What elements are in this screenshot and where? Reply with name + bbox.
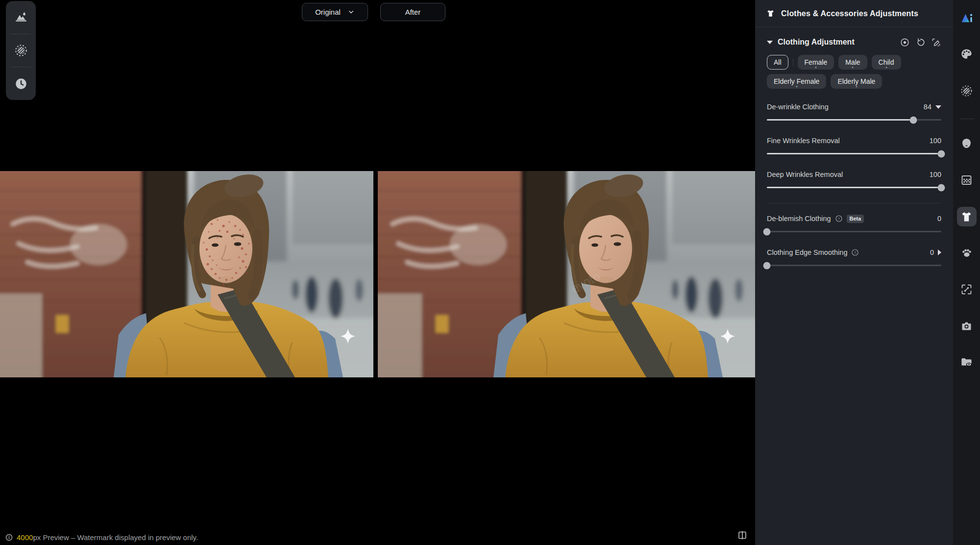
slider-dewrinkle-clothing: De-wrinkle Clothing 84 [767,101,941,121]
slider-value: 100 [930,137,941,145]
slider-fine-wrinkles: Fine Wrinkles Removal 100 [767,135,941,154]
pet-paw-icon[interactable] [957,243,977,263]
background-checker-icon[interactable] [957,170,977,190]
svg-text:?: ? [854,250,857,255]
panel-header: Clothes & Accessories Adjustments [755,0,953,27]
view-selector-label: Original [315,8,341,16]
slider-deep-wrinkles: Deep Wrinkles Removal 100 [767,169,941,188]
status-text: 4000px Preview – Watermark displayed in … [17,533,198,542]
slider-thumb[interactable] [938,150,945,157]
slider-value: 100 [930,171,941,178]
chip-elderly-female[interactable]: Elderly Female [767,74,826,89]
deblemish-clothing-slider[interactable] [767,231,941,232]
after-button-label: After [405,8,421,16]
clothing-adjustment-section: Clothing Adjustment [755,35,953,266]
slider-value: 84 [924,103,931,111]
help-icon[interactable]: ? [835,215,843,223]
slider-thumb[interactable] [910,116,917,124]
section-title: Clothing Adjustment [778,38,855,47]
ai-logo[interactable] [957,8,977,27]
chip-all[interactable]: All [767,55,788,70]
camera-icon[interactable] [957,316,977,335]
section-collapse-icon[interactable] [767,41,773,44]
crop-resize-icon[interactable] [957,279,977,299]
beta-badge: Beta [847,215,864,223]
preview-resolution: 4000 [17,533,33,542]
panel-title: Clothes & Accessories Adjustments [781,9,918,18]
chip-divider [793,59,793,66]
chip-male[interactable]: Male [838,55,867,70]
preview-eye-icon[interactable] [899,37,910,48]
chip-elderly-male[interactable]: Elderly Male [831,74,882,89]
clothes-tshirt-icon[interactable] [957,207,977,226]
slider-value: 0 [930,248,934,256]
status-bar: 4000px Preview – Watermark displayed in … [5,533,198,542]
right-tool-rail [953,0,980,545]
after-button[interactable]: After [380,3,445,21]
collapse-sub-sliders-icon[interactable] [935,105,941,109]
palette-icon[interactable] [957,44,977,64]
help-icon[interactable]: ? [851,248,859,256]
view-selector-original[interactable]: Original [302,3,368,21]
info-icon[interactable] [5,533,13,542]
slider-thumb[interactable] [938,184,945,191]
mask-hatch-circle-icon[interactable] [6,34,36,67]
clothing-edge-smoothing-slider[interactable] [767,265,941,266]
expand-sub-sliders-icon[interactable] [938,249,941,255]
after-photo[interactable]: evoto [378,171,755,377]
dewrinkle-clothing-slider[interactable] [767,119,941,121]
slider-clothing-edge-smoothing: Clothing Edge Smoothing ? 0 [767,247,941,266]
folder-preview-icon[interactable] [957,352,977,372]
deep-wrinkles-slider[interactable] [767,187,941,188]
fine-wrinkles-slider[interactable] [767,153,941,154]
target-group-chips: All Female Male Child Elderly Female Eld… [767,55,941,89]
left-toolbar [6,1,36,100]
slider-deblemish-clothing: De-blemish Clothing ? Beta 0 [767,213,941,232]
chip-female[interactable]: Female [798,55,834,70]
reset-icon[interactable] [915,37,926,48]
clothes-adjustments-panel: Clothes & Accessories Adjustments Clothi… [755,0,953,545]
edit-pencil-icon[interactable] [931,37,941,48]
before-photo[interactable] [0,171,373,377]
tshirt-icon [766,9,775,18]
image-adjust-mountain-icon[interactable] [6,1,36,34]
slider-thumb[interactable] [763,262,771,269]
history-clock-icon[interactable] [6,67,36,100]
mask-hatch-circle-icon[interactable] [957,81,977,100]
chevron-down-icon [347,8,355,16]
chip-child[interactable]: Child [872,55,901,70]
rail-divider [959,119,974,119]
group-divider [767,203,941,203]
portrait-face-icon[interactable] [957,133,977,153]
split-view-icon[interactable] [736,529,748,541]
svg-text:?: ? [837,217,840,221]
slider-thumb[interactable] [763,228,771,235]
slider-value: 0 [937,215,941,223]
